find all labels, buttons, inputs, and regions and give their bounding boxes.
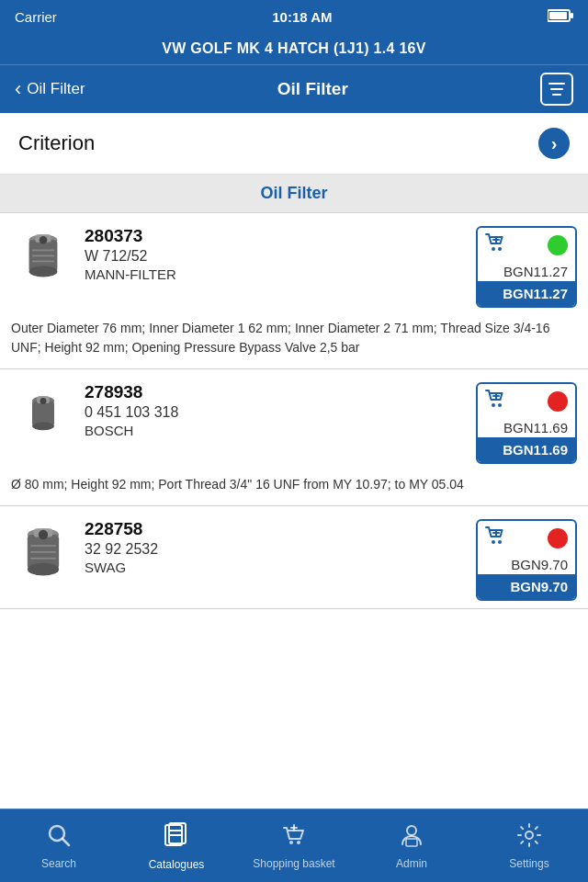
price-top-row [478, 384, 575, 418]
product-ref: 32 92 2532 [85, 541, 467, 558]
svg-point-33 [498, 540, 502, 544]
product-item: 280373 W 712/52 MANN-FILTER [0, 213, 588, 369]
svg-point-48 [526, 831, 533, 839]
chevron-right-icon: › [551, 133, 558, 154]
svg-point-7 [40, 236, 48, 244]
catalogues-icon [164, 821, 189, 854]
svg-point-46 [407, 826, 416, 835]
price-top-row [478, 521, 575, 555]
criterion-label: Criterion [18, 131, 95, 155]
category-header: Oil Filter [0, 175, 588, 213]
back-arrow-icon: ‹ [15, 79, 21, 99]
svg-point-5 [29, 266, 58, 277]
svg-point-28 [39, 530, 48, 539]
tab-bar: Search Catalogues Shopping basket [0, 808, 588, 882]
carrier-label: Carrier [15, 9, 57, 25]
vehicle-header: VW GOLF MK 4 HATCH (1J1) 1.4 16V [0, 33, 588, 65]
search-icon [46, 822, 72, 853]
tab-catalogues[interactable]: Catalogues [118, 821, 235, 871]
svg-point-43 [297, 841, 300, 844]
product-item: 278938 0 451 103 318 BOSCH [0, 369, 588, 506]
tab-basket-label: Shopping basket [253, 857, 334, 870]
svg-point-17 [32, 423, 54, 431]
product-brand: BOSCH [85, 423, 467, 438]
product-main-row: 278938 0 451 103 318 BOSCH [0, 369, 588, 471]
tab-search[interactable]: Search [0, 822, 118, 870]
filter-icon-button[interactable] [540, 73, 573, 106]
availability-dot [548, 528, 568, 548]
vehicle-title: VW GOLF MK 4 HATCH (1J1) 1.4 16V [162, 40, 426, 56]
product-brand: MANN-FILTER [85, 266, 467, 282]
svg-rect-2 [571, 13, 573, 18]
svg-point-12 [498, 247, 502, 251]
svg-point-11 [492, 247, 495, 251]
product-image [11, 226, 75, 290]
svg-point-26 [28, 563, 59, 576]
svg-point-42 [289, 841, 293, 844]
basket-icon [281, 822, 307, 853]
time-label: 10:18 AM [272, 9, 332, 25]
svg-rect-47 [406, 839, 417, 846]
svg-rect-1 [549, 12, 567, 19]
svg-point-20 [492, 403, 495, 407]
product-info: 228758 32 92 2532 SWAG [85, 519, 467, 575]
criterion-section: Criterion › [0, 113, 588, 175]
price-final: BGN11.69 [478, 437, 575, 462]
category-label: Oil Filter [260, 184, 327, 202]
tab-basket[interactable]: Shopping basket [235, 822, 353, 870]
product-info: 280373 W 712/52 MANN-FILTER [85, 226, 467, 282]
price-original: BGN11.69 [478, 418, 575, 437]
product-image [11, 519, 75, 583]
add-to-cart-button[interactable] [485, 233, 505, 256]
product-price-box: BGN11.69 BGN11.69 [476, 382, 577, 464]
battery-icon [548, 9, 573, 25]
svg-line-37 [62, 839, 69, 845]
price-final: BGN9.70 [478, 574, 575, 599]
status-bar: Carrier 10:18 AM [0, 0, 588, 33]
add-to-cart-button[interactable] [485, 526, 505, 549]
product-image [11, 382, 75, 447]
price-original: BGN9.70 [478, 555, 575, 574]
tab-search-label: Search [41, 857, 76, 870]
svg-point-32 [492, 540, 495, 544]
settings-icon [516, 822, 542, 853]
tab-admin[interactable]: Admin [353, 822, 470, 870]
nav-bar: ‹ Oil Filter Oil Filter [0, 65, 588, 113]
product-price-box: BGN11.27 BGN11.27 [476, 226, 577, 308]
product-ref: W 712/52 [85, 248, 467, 265]
svg-point-21 [498, 403, 502, 407]
product-info: 278938 0 451 103 318 BOSCH [85, 382, 467, 438]
price-original: BGN11.27 [478, 262, 575, 281]
nav-title: Oil Filter [277, 79, 348, 99]
price-top-row [478, 228, 575, 262]
admin-icon [399, 822, 424, 853]
product-main-row: 280373 W 712/52 MANN-FILTER [0, 213, 588, 315]
product-id: 278938 [85, 382, 467, 402]
product-brand: SWAG [85, 560, 467, 575]
products-list: 280373 W 712/52 MANN-FILTER [0, 213, 588, 808]
price-final: BGN11.27 [478, 281, 575, 306]
product-specs: Outer Diameter 76 mm; Inner Diameter 1 6… [0, 315, 588, 368]
status-icons [548, 9, 573, 25]
product-id: 228758 [85, 519, 467, 539]
tab-settings-label: Settings [509, 857, 548, 870]
svg-point-19 [40, 398, 47, 404]
add-to-cart-button[interactable] [485, 390, 505, 413]
filter-line-2 [550, 88, 563, 90]
tab-catalogues-label: Catalogues [149, 858, 205, 871]
back-label: Oil Filter [27, 80, 85, 98]
product-price-box: BGN9.70 BGN9.70 [476, 519, 577, 601]
svg-rect-39 [169, 823, 186, 843]
product-ref: 0 451 103 318 [85, 404, 467, 421]
product-main-row: 228758 32 92 2532 SWAG [0, 506, 588, 608]
tab-settings[interactable]: Settings [470, 822, 588, 870]
criterion-expand-button[interactable]: › [538, 128, 570, 159]
nav-back-button[interactable]: ‹ Oil Filter [15, 79, 85, 99]
filter-line-3 [552, 94, 561, 96]
availability-dot [548, 235, 568, 255]
product-item: 228758 32 92 2532 SWAG [0, 506, 588, 609]
tab-admin-label: Admin [396, 857, 427, 870]
product-id: 280373 [85, 226, 467, 246]
availability-dot [548, 391, 568, 412]
filter-line-1 [548, 83, 565, 85]
